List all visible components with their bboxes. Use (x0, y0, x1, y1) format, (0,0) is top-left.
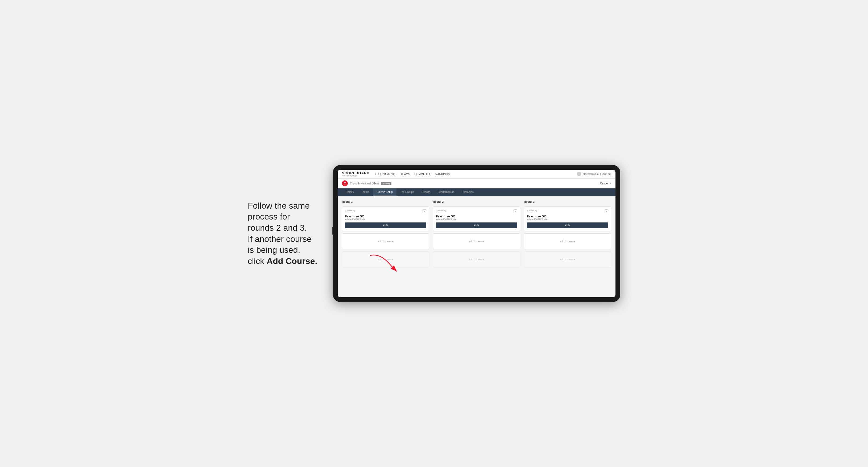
top-nav: SCOREBOARD Powered by clippd TOURNAMENTS… (338, 170, 616, 179)
instruction-line4: If another course (248, 234, 312, 244)
plus-icon-2: + (392, 258, 393, 261)
user-avatar (577, 172, 581, 176)
top-nav-links: TOURNAMENTS TEAMS COMMITTEE RANKINGS (375, 173, 572, 176)
user-email: blair@clippd.io (583, 173, 598, 175)
rounds-grid: Round 1 (Course A) ✕ Peachtree GC Yellow… (342, 200, 611, 268)
round-3-add-course-2: Add Course + (524, 251, 611, 268)
instruction-line3: rounds 2 and 3. (248, 223, 307, 232)
logo-sub-text: Powered by clippd (342, 175, 370, 177)
round-2-add-course-text-2: Add Course + (469, 258, 484, 261)
sign-out-link[interactable]: Sign out (602, 173, 611, 175)
round-1-column: Round 1 (Course A) ✕ Peachtree GC Yellow… (342, 200, 429, 268)
round-3-add-course-text-1: Add Course + (560, 240, 575, 243)
round-3-course-card: (Course A) ✕ Peachtree GC Yellow (M) (66… (524, 207, 611, 231)
round-1-course-details: Yellow (M) (6629 yds) (345, 218, 426, 220)
instruction-line5: is being used, (248, 245, 300, 255)
plus-icon-4: + (483, 258, 484, 261)
nav-committee[interactable]: COMMITTEE (414, 173, 431, 176)
round-2-course-name: Peachtree GC (436, 215, 517, 218)
plus-icon-6: + (574, 258, 575, 261)
nav-tournaments[interactable]: TOURNAMENTS (375, 173, 396, 176)
round-1-edit-button[interactable]: Edit (345, 222, 426, 228)
round-2-edit-button[interactable]: Edit (436, 222, 517, 228)
round-1-course-card: (Course A) ✕ Peachtree GC Yellow (M) (66… (342, 207, 429, 231)
nav-rankings[interactable]: RANKINGS (435, 173, 450, 176)
tab-tee-groups[interactable]: Tee Groups (397, 188, 418, 196)
tournament-format: (Men) (372, 182, 379, 185)
round-3-label: Round 3 (524, 200, 611, 203)
round-2-add-course-1[interactable]: Add Course + (433, 234, 520, 249)
round-2-label: Round 2 (433, 200, 520, 203)
sub-header-left: C Clippd Invitational (Men) Hosting (342, 180, 392, 186)
round-2-course-card: (Course A) ✕ Peachtree GC Yellow (M) (66… (433, 207, 520, 231)
round-3-edit-button[interactable]: Edit (527, 222, 608, 228)
round-1-delete-button[interactable]: ✕ (423, 210, 426, 213)
logo-main-text: SCOREBOARD (342, 172, 370, 175)
round-1-course-type: (Course A) (345, 210, 355, 212)
instruction-line1: Follow the same (248, 201, 310, 211)
pipe-separator: | (600, 173, 601, 175)
round-1-add-course-2: Add Course + (342, 251, 429, 268)
tab-leaderboards[interactable]: Leaderboards (434, 188, 458, 196)
round-1-course-name: Peachtree GC (345, 215, 426, 218)
plus-icon-1: + (392, 240, 393, 243)
plus-icon-5: + (574, 240, 575, 243)
course-card-header-2: (Course A) ✕ (436, 210, 517, 213)
instruction-line2: process for (248, 212, 290, 221)
cancel-button[interactable]: Cancel ✕ (600, 182, 611, 185)
sub-header: C Clippd Invitational (Men) Hosting Canc… (338, 179, 616, 188)
round-2-add-course-text-1: Add Course + (469, 240, 484, 243)
instruction-line6-plain: click (248, 256, 267, 266)
round-2-course-details: Yellow (M) (6629 yds) (436, 218, 517, 220)
top-nav-right: blair@clippd.io | Sign out (577, 172, 611, 176)
round-1-label: Round 1 (342, 200, 429, 203)
tab-details[interactable]: Details (342, 188, 358, 196)
main-content: Round 1 (Course A) ✕ Peachtree GC Yellow… (338, 196, 616, 297)
round-1-add-course-text-1: Add Course + (378, 240, 393, 243)
tournament-name: Clippd Invitational (Men) (350, 182, 379, 185)
round-3-add-course-1[interactable]: Add Course + (524, 234, 611, 249)
round-2-add-course-2: Add Course + (433, 251, 520, 268)
instruction-line6-bold: Add Course. (267, 256, 317, 266)
round-3-delete-button[interactable]: ✕ (604, 210, 608, 213)
brand-logo: C (342, 180, 348, 186)
round-1-add-course-text-2: Add Course + (378, 258, 393, 261)
page-wrapper: Follow the same process for rounds 2 and… (248, 165, 620, 302)
tab-bar: Details Teams Course Setup Tee Groups Re… (338, 188, 616, 196)
round-3-course-name: Peachtree GC (527, 215, 608, 218)
scoreboard-logo: SCOREBOARD Powered by clippd (342, 172, 370, 177)
nav-teams[interactable]: TEAMS (400, 173, 410, 176)
instruction-panel: Follow the same process for rounds 2 and… (248, 200, 322, 267)
round-3-course-details: Yellow (M) (6629 yds) (527, 218, 608, 220)
round-2-delete-button[interactable]: ✕ (514, 210, 517, 213)
tablet-device: SCOREBOARD Powered by clippd TOURNAMENTS… (333, 165, 620, 302)
plus-icon-3: + (483, 240, 484, 243)
round-3-course-type: (Course A) (527, 210, 537, 212)
round-1-add-course-1[interactable]: Add Course + (342, 234, 429, 249)
course-card-header-3: (Course A) ✕ (527, 210, 608, 213)
round-3-column: Round 3 (Course A) ✕ Peachtree GC Yellow… (524, 200, 611, 268)
tab-teams[interactable]: Teams (358, 188, 373, 196)
tab-course-setup[interactable]: Course Setup (373, 188, 397, 196)
round-2-course-type: (Course A) (436, 210, 446, 212)
tab-printables[interactable]: Printables (458, 188, 477, 196)
tablet-screen: SCOREBOARD Powered by clippd TOURNAMENTS… (338, 170, 616, 297)
round-2-column: Round 2 (Course A) ✕ Peachtree GC Yellow… (433, 200, 520, 268)
tab-results[interactable]: Results (418, 188, 434, 196)
course-card-header: (Course A) ✕ (345, 210, 426, 213)
tablet-side-button (332, 227, 333, 235)
round-3-add-course-text-2: Add Course + (560, 258, 575, 261)
hosting-badge: Hosting (381, 182, 391, 185)
